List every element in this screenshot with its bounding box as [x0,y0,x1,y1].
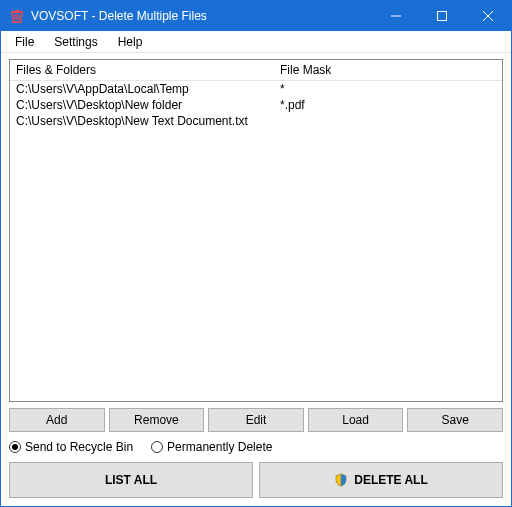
column-mask[interactable]: File Mask [274,60,502,80]
table-row[interactable]: C:\Users\V\Desktop\New folder *.pdf [10,97,502,113]
edit-button[interactable]: Edit [208,408,304,432]
radio-permanent-label: Permanently Delete [167,440,272,454]
menubar: File Settings Help [1,31,511,53]
delete-all-button[interactable]: DELETE ALL [259,462,503,498]
cell-mask: *.pdf [274,97,502,113]
trash-icon [9,8,25,24]
load-button[interactable]: Load [308,408,404,432]
window-title: VOVSOFT - Delete Multiple Files [31,9,207,23]
remove-button[interactable]: Remove [109,408,205,432]
shield-icon [334,473,348,487]
menu-help[interactable]: Help [108,33,153,51]
list-body: C:\Users\V\AppData\Local\Temp * C:\Users… [10,81,502,401]
save-button[interactable]: Save [407,408,503,432]
radio-icon [151,441,163,453]
close-button[interactable] [465,1,511,31]
menu-settings[interactable]: Settings [44,33,107,51]
cell-mask: * [274,81,502,97]
content-area: Files & Folders File Mask C:\Users\V\App… [1,53,511,506]
titlebar: VOVSOFT - Delete Multiple Files [1,1,511,31]
cell-path: C:\Users\V\Desktop\New folder [10,97,274,113]
list-all-button[interactable]: LIST ALL [9,462,253,498]
toolbar: Add Remove Edit Load Save [9,408,503,432]
cell-path: C:\Users\V\Desktop\New Text Document.txt [10,113,274,129]
list-all-label: LIST ALL [105,473,157,487]
file-list[interactable]: Files & Folders File Mask C:\Users\V\App… [9,59,503,402]
delete-mode-group: Send to Recycle Bin Permanently Delete [9,438,503,456]
list-header: Files & Folders File Mask [10,60,502,81]
action-row: LIST ALL DELETE ALL [9,462,503,498]
menu-file[interactable]: File [5,33,44,51]
maximize-button[interactable] [419,1,465,31]
delete-all-label: DELETE ALL [354,473,428,487]
cell-path: C:\Users\V\AppData\Local\Temp [10,81,274,97]
radio-permanent[interactable]: Permanently Delete [151,440,272,454]
radio-recycle[interactable]: Send to Recycle Bin [9,440,133,454]
column-files[interactable]: Files & Folders [10,60,274,80]
app-window: VOVSOFT - Delete Multiple Files File Set… [0,0,512,507]
radio-icon [9,441,21,453]
table-row[interactable]: C:\Users\V\AppData\Local\Temp * [10,81,502,97]
svg-rect-1 [438,12,447,21]
table-row[interactable]: C:\Users\V\Desktop\New Text Document.txt [10,113,502,129]
minimize-button[interactable] [373,1,419,31]
add-button[interactable]: Add [9,408,105,432]
radio-recycle-label: Send to Recycle Bin [25,440,133,454]
cell-mask [274,113,502,129]
